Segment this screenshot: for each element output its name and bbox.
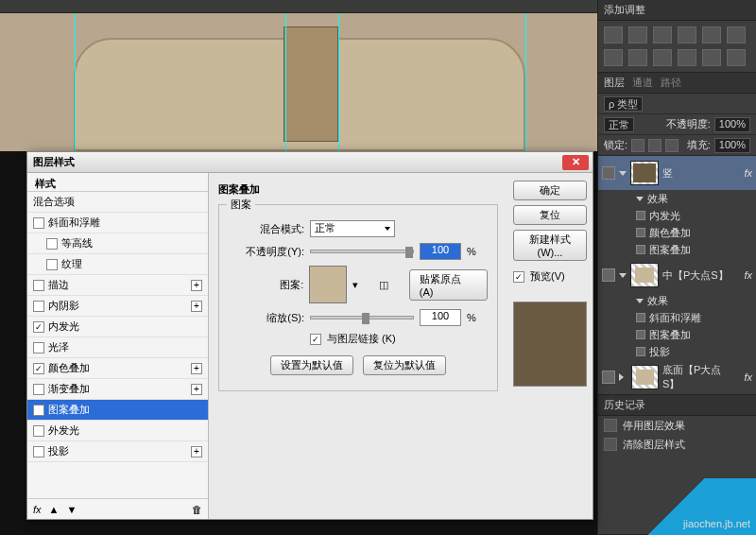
style-row-contour[interactable]: 等高线	[27, 233, 208, 254]
layer-fx-badge[interactable]: fx	[744, 371, 752, 383]
adjustment-icon[interactable]	[702, 49, 721, 66]
layer-thumbnail[interactable]	[631, 365, 659, 389]
reset-default-button[interactable]: 复位为默认值	[363, 355, 446, 375]
style-row-pattern-overlay[interactable]: 图案叠加	[27, 400, 208, 421]
opacity-input[interactable]: 100	[420, 243, 461, 260]
adjustment-icon[interactable]	[678, 26, 696, 43]
checkbox[interactable]	[33, 405, 44, 416]
add-effect-icon[interactable]: +	[191, 363, 202, 374]
fx-label[interactable]: 图案叠加	[649, 243, 691, 257]
checkbox[interactable]	[33, 446, 44, 457]
fx-label[interactable]: 斜面和浮雕	[649, 311, 701, 325]
add-effect-icon[interactable]: +	[191, 280, 202, 291]
slider-thumb[interactable]	[362, 313, 369, 324]
adjustment-icon[interactable]	[628, 26, 647, 43]
style-row-texture[interactable]: 纹理	[27, 254, 208, 275]
checkbox[interactable]	[46, 259, 58, 270]
add-effect-icon[interactable]: +	[191, 446, 202, 457]
checkbox[interactable]	[46, 238, 58, 250]
opacity-slider[interactable]	[310, 250, 414, 253]
checkbox[interactable]	[33, 363, 44, 374]
history-item[interactable]: 停用图层效果	[598, 416, 756, 435]
ok-button[interactable]: 确定	[513, 181, 587, 200]
style-row-gradient-overlay[interactable]: 渐变叠加+	[27, 379, 208, 400]
checkbox[interactable]	[33, 321, 44, 333]
visibility-icon[interactable]	[636, 245, 645, 254]
blend-mode-select[interactable]: 正常	[604, 117, 634, 132]
style-row-inner-glow[interactable]: 内发光	[27, 317, 208, 337]
layer-thumbnail[interactable]	[630, 161, 659, 185]
add-effect-icon[interactable]: +	[191, 384, 202, 395]
snap-origin-button[interactable]: 贴紧原点 (A)	[409, 269, 488, 301]
fx-label[interactable]: 颜色叠加	[649, 226, 691, 240]
visibility-icon[interactable]	[636, 313, 645, 322]
layer-thumbnail[interactable]	[630, 263, 659, 287]
dialog-titlebar[interactable]: 图层样式 ✕	[27, 152, 593, 173]
checkbox[interactable]	[33, 301, 44, 312]
style-row-inner-shadow[interactable]: 内阴影+	[27, 296, 208, 317]
ruler-horizontal[interactable]	[0, 0, 597, 13]
guide-line[interactable]	[525, 0, 526, 151]
pattern-swatch[interactable]	[309, 266, 347, 303]
up-icon[interactable]: ▲	[49, 504, 60, 515]
layer-row[interactable]: 中【P大点S】 fx	[598, 258, 756, 292]
fill-value[interactable]: 100%	[714, 138, 750, 153]
adjustment-icon[interactable]	[628, 49, 647, 66]
tab-channels[interactable]: 通道	[632, 76, 653, 90]
visibility-icon[interactable]	[636, 330, 645, 339]
disclosure-icon[interactable]	[636, 197, 644, 201]
layer-fx-badge[interactable]: fx	[744, 269, 752, 281]
pattern-picker-icon[interactable]: ▾	[352, 279, 358, 291]
fx-menu-icon[interactable]: fx	[33, 504, 42, 515]
set-default-button[interactable]: 设置为默认值	[270, 355, 353, 375]
tab-layers[interactable]: 图层	[604, 76, 625, 90]
down-icon[interactable]: ▼	[66, 504, 77, 515]
scale-input[interactable]: 100	[420, 309, 461, 326]
filter-kind[interactable]: ρ 类型	[604, 96, 643, 112]
adjustment-icon[interactable]	[653, 49, 672, 66]
adjustment-icon[interactable]	[702, 26, 721, 43]
visibility-icon[interactable]	[636, 228, 645, 237]
adjustment-icon[interactable]	[653, 26, 672, 43]
layer-row[interactable]: 底面【P大点S】 fx	[598, 360, 756, 394]
cancel-button[interactable]: 复位	[513, 205, 587, 225]
layer-fx-badge[interactable]: fx	[744, 167, 752, 179]
checkbox[interactable]	[33, 280, 44, 291]
style-row-outer-glow[interactable]: 外发光	[27, 421, 208, 441]
link-checkbox[interactable]	[310, 334, 321, 345]
checkbox[interactable]	[33, 425, 44, 437]
visibility-icon[interactable]	[636, 211, 645, 220]
adjustment-icon[interactable]	[604, 49, 623, 66]
slider-thumb[interactable]	[405, 247, 413, 258]
layer-name[interactable]: 竖	[662, 166, 673, 181]
lock-paint-icon[interactable]	[648, 139, 662, 152]
checkbox[interactable]	[33, 384, 44, 395]
style-row-color-overlay[interactable]: 颜色叠加+	[27, 358, 208, 379]
disclosure-icon[interactable]	[619, 273, 627, 278]
add-effect-icon[interactable]: +	[191, 301, 202, 312]
checkbox[interactable]	[33, 342, 44, 354]
disclosure-icon[interactable]	[619, 373, 627, 381]
adjustment-icon[interactable]	[604, 26, 623, 43]
close-icon[interactable]: ✕	[562, 155, 589, 170]
trash-icon[interactable]: 🗑	[192, 504, 202, 515]
preview-checkbox[interactable]	[513, 271, 524, 283]
blend-mode-select[interactable]: 正常	[310, 220, 395, 237]
style-row-stroke[interactable]: 描边+	[27, 275, 208, 296]
scale-slider[interactable]	[310, 316, 414, 319]
layer-name[interactable]: 中【P大点S】	[662, 268, 729, 283]
layer-name[interactable]: 底面【P大点S】	[662, 363, 737, 391]
disclosure-icon[interactable]	[619, 171, 627, 176]
fx-label[interactable]: 内发光	[649, 209, 680, 223]
layer-row[interactable]: 竖 fx	[598, 156, 756, 190]
adjustment-icon[interactable]	[678, 49, 696, 66]
opacity-value[interactable]: 100%	[714, 117, 750, 132]
fx-label[interactable]: 投影	[649, 345, 670, 359]
adjustment-icon[interactable]	[727, 26, 746, 43]
tab-paths[interactable]: 路径	[661, 76, 681, 90]
lock-position-icon[interactable]	[665, 139, 679, 152]
guide-line[interactable]	[285, 0, 286, 151]
guide-line[interactable]	[75, 0, 76, 151]
lock-transparency-icon[interactable]	[631, 139, 644, 152]
visibility-icon[interactable]	[602, 268, 615, 282]
